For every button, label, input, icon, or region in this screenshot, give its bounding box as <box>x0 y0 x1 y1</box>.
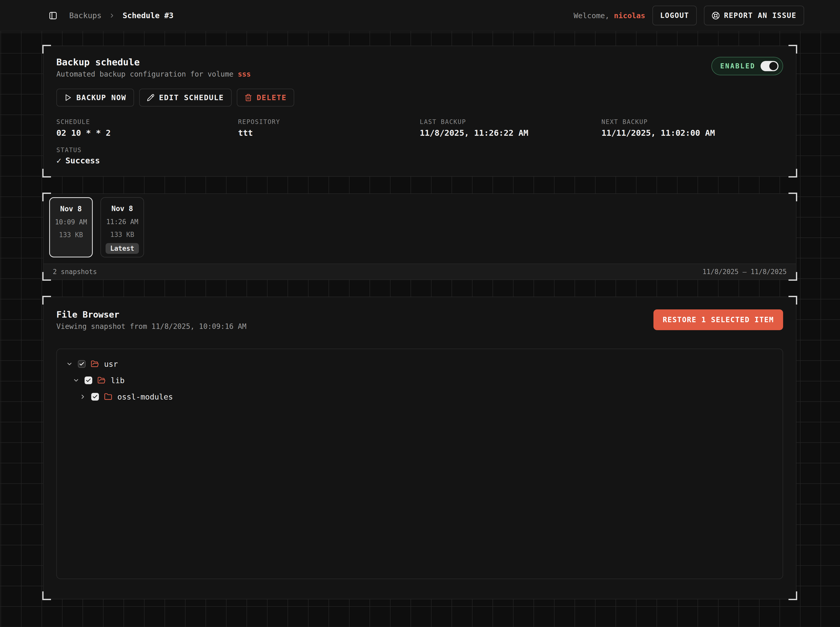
backup-now-label: BACKUP NOW <box>76 93 126 102</box>
snapshot-card[interactable]: Nov 8 11:26 AM 133 KB Latest <box>101 197 144 257</box>
breadcrumb: Backups Schedule #3 <box>69 11 174 20</box>
logout-label: LOGOUT <box>660 11 689 20</box>
enabled-label: ENABLED <box>720 62 755 70</box>
field-value: 11/11/2025, 11:02:00 AM <box>602 128 783 138</box>
field-next-backup: NEXT BACKUP 11/11/2025, 11:02:00 AM <box>602 118 783 138</box>
edit-schedule-button[interactable]: EDIT SCHEDULE <box>139 88 232 107</box>
field-value: 02 10 * * 2 <box>56 128 238 138</box>
corner-bracket <box>42 591 51 600</box>
chevron-icon[interactable] <box>66 361 73 367</box>
lifebuoy-icon <box>712 11 720 20</box>
corner-bracket <box>788 296 797 304</box>
report-issue-button[interactable]: REPORT AN ISSUE <box>704 6 804 25</box>
panel-title: Backup schedule <box>56 57 251 67</box>
corner-bracket <box>788 45 797 54</box>
username: nicolas <box>614 11 645 20</box>
folder-icon <box>97 376 106 384</box>
snapshot-date: Nov 8 <box>55 205 87 213</box>
latest-badge: Latest <box>106 243 139 254</box>
play-icon <box>64 94 72 101</box>
edit-schedule-label: EDIT SCHEDULE <box>159 93 224 102</box>
trash-icon <box>245 94 252 101</box>
chevron-icon[interactable] <box>73 377 79 384</box>
tree-item-name: ossl-modules <box>117 392 173 401</box>
breadcrumb-page: Schedule #3 <box>123 11 174 20</box>
chevron-right-icon <box>109 12 115 19</box>
sidebar-toggle-icon[interactable] <box>49 11 57 20</box>
field-schedule: SCHEDULE 02 10 * * 2 <box>56 118 238 138</box>
field-label: REPOSITORY <box>238 118 420 126</box>
enabled-switch[interactable] <box>761 61 778 71</box>
enabled-toggle[interactable]: ENABLED <box>711 57 783 75</box>
tree-row[interactable]: ossl-modules <box>63 389 777 405</box>
field-value: 11/8/2025, 11:26:22 AM <box>420 128 602 138</box>
snapshot-date-range: 11/8/2025 – 11/8/2025 <box>703 268 787 276</box>
backup-schedule-panel: Backup schedule Automated backup configu… <box>43 46 796 177</box>
field-repository: REPOSITORY ttt <box>238 118 420 138</box>
status-field: STATUS ✓ Success <box>56 147 783 165</box>
corner-bracket <box>42 45 51 54</box>
tree-row[interactable]: lib <box>63 372 777 389</box>
chevron-icon[interactable] <box>79 394 86 400</box>
checkbox[interactable] <box>78 360 85 368</box>
delete-button[interactable]: DELETE <box>237 88 294 107</box>
snapshot-count: 2 snapshots <box>53 268 97 276</box>
corner-bracket <box>42 169 51 178</box>
breadcrumb-section[interactable]: Backups <box>69 11 101 20</box>
top-bar: Backups Schedule #3 Welcome, nicolas LOG… <box>0 0 840 32</box>
tree-item-name: lib <box>111 376 125 385</box>
volume-name: sss <box>238 70 251 78</box>
snapshot-card[interactable]: Nov 8 10:09 AM 133 KB <box>49 197 93 257</box>
tree-item-name: usr <box>104 359 118 369</box>
field-label: NEXT BACKUP <box>602 118 783 126</box>
delete-label: DELETE <box>257 93 287 102</box>
backup-now-button[interactable]: BACKUP NOW <box>56 88 134 107</box>
file-browser-panel: File Browser Viewing snapshot from 11/8/… <box>43 296 796 599</box>
restore-button[interactable]: RESTORE 1 SELECTED ITEM <box>654 309 783 330</box>
snapshot-time: 11:26 AM <box>106 218 139 226</box>
field-value: ttt <box>238 128 420 138</box>
snapshot-footer: 2 snapshots 11/8/2025 – 11/8/2025 <box>44 263 796 279</box>
checkbox[interactable] <box>91 393 99 400</box>
file-browser-subtitle: Viewing snapshot from 11/8/2025, 10:09:1… <box>56 322 246 331</box>
snapshot-time: 10:09 AM <box>55 218 87 226</box>
welcome-text: Welcome, nicolas <box>574 11 645 20</box>
pencil-icon <box>147 94 155 101</box>
snapshot-date: Nov 8 <box>106 205 139 213</box>
field-last-backup: LAST BACKUP 11/8/2025, 11:26:22 AM <box>420 118 602 138</box>
logout-button[interactable]: LOGOUT <box>652 6 697 25</box>
report-issue-label: REPORT AN ISSUE <box>724 11 796 20</box>
folder-icon <box>104 393 112 401</box>
folder-icon <box>91 360 99 368</box>
snapshot-list: Nov 8 10:09 AM 133 KB Nov 8 11:26 AM 133… <box>44 194 796 263</box>
corner-bracket <box>42 296 51 304</box>
snapshot-size: 133 KB <box>106 231 139 238</box>
restore-label: RESTORE 1 SELECTED ITEM <box>663 315 774 324</box>
file-tree: usr lib ossl-modules <box>56 348 783 579</box>
switch-knob <box>769 62 777 70</box>
check-icon: ✓ <box>56 156 61 165</box>
checkbox[interactable] <box>85 377 92 384</box>
panel-subtitle: Automated backup configuration for volum… <box>56 70 251 78</box>
status-value: Success <box>65 156 100 165</box>
field-label: SCHEDULE <box>56 118 238 126</box>
corner-bracket <box>788 591 797 600</box>
tree-row[interactable]: usr <box>63 356 777 372</box>
field-label: LAST BACKUP <box>420 118 602 126</box>
snapshots-panel: Nov 8 10:09 AM 133 KB Nov 8 11:26 AM 133… <box>43 194 796 280</box>
corner-bracket <box>788 169 797 178</box>
schedule-fields: SCHEDULE 02 10 * * 2 REPOSITORY ttt LAST… <box>56 118 783 138</box>
snapshot-size: 133 KB <box>55 231 87 239</box>
status-label: STATUS <box>56 147 783 154</box>
file-browser-title: File Browser <box>56 309 246 320</box>
